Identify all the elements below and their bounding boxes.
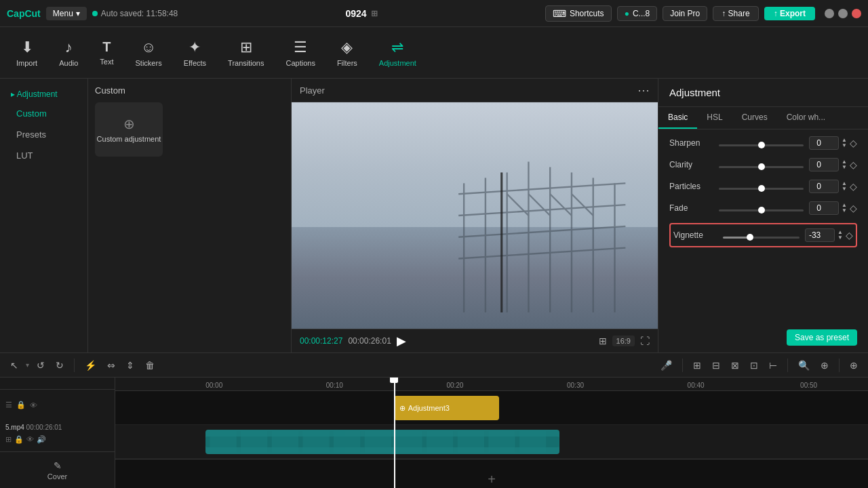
particles-keyframe[interactable]: ◇ — [850, 181, 857, 192]
timeline-add-button[interactable]: + — [488, 472, 496, 487]
tl-tool5[interactable]: ⊢ — [766, 358, 781, 373]
frame-capture-button[interactable]: ⊞ — [599, 336, 607, 346]
clarity-slider[interactable] — [719, 166, 804, 168]
split-button[interactable]: ⚡ — [81, 358, 100, 373]
add-timeline-button[interactable]: ⊕ — [846, 358, 861, 373]
join-pro-button[interactable]: Join Pro — [663, 6, 707, 21]
export-button[interactable]: ↑ Export — [764, 7, 815, 20]
fade-decrement[interactable]: ▼ — [840, 208, 848, 214]
particles-slider[interactable] — [719, 188, 804, 190]
tool-import[interactable]: ⬇ Import — [7, 35, 47, 71]
fullscreen-button[interactable]: ⛶ — [640, 336, 650, 346]
split2-button[interactable]: ⇔ — [104, 358, 119, 373]
zoom-out-button[interactable]: 🔍 — [795, 358, 813, 373]
player-menu-button[interactable]: ⋯ — [637, 83, 650, 98]
vignette-value-input[interactable] — [805, 228, 835, 242]
save-preset-button[interactable]: Save as preset — [787, 329, 857, 346]
split3-button[interactable]: ⇕ — [123, 358, 138, 373]
particles-value-input[interactable] — [809, 180, 839, 193]
toolbar-separator4 — [839, 359, 840, 372]
svg-rect-24 — [396, 431, 422, 453]
svg-line-14 — [550, 194, 572, 216]
tab-hsl[interactable]: HSL — [697, 107, 732, 129]
tool-audio[interactable]: ♪ Audio — [50, 35, 87, 71]
adjustment3-clip[interactable]: ⊕ Adjustment3 — [394, 396, 499, 420]
adj-track-area: ⊕ Adjustment3 — [115, 391, 868, 425]
svg-rect-20 — [272, 431, 298, 453]
svg-rect-28 — [519, 431, 546, 453]
share-button[interactable]: ↑ Share — [713, 6, 758, 21]
custom-adjustment-item[interactable]: ⊕ Custom adjustment — [95, 102, 163, 157]
toolbar-separator2 — [682, 359, 683, 372]
ruler-spacer — [0, 378, 115, 390]
video-clip[interactable] — [205, 430, 559, 454]
adj-track-label: ☰ 🔒 👁 — [0, 390, 115, 421]
svg-line-13 — [528, 194, 550, 216]
tool-stickers[interactable]: ☺ Stickers — [126, 35, 172, 71]
vignette-slider[interactable] — [723, 237, 800, 239]
timecode-display: 0924 ⊞ — [346, 8, 378, 19]
timeline-body: ☰ 🔒 👁 5.mp4 00:00:26:01 ⊞ 🔒 👁 🔊 — [0, 378, 868, 488]
fade-value-wrap: ▲ ▼ — [809, 201, 848, 215]
play-button[interactable]: ▶ — [397, 333, 406, 348]
tool-adjustment[interactable]: ⇌ Adjustment — [370, 35, 426, 71]
tab-colorwh[interactable]: Color wh... — [777, 107, 835, 129]
vignette-value-wrap: ▲ ▼ — [805, 228, 844, 242]
menu-button[interactable]: Menu ▾ — [46, 7, 87, 20]
select-tool-button[interactable]: ↖ — [7, 358, 22, 373]
sidebar-item-presets[interactable]: Presets — [0, 124, 87, 145]
main-area: ▸ Adjustment Custom Presets LUT Custom ⊕… — [0, 79, 868, 352]
sharpen-slider[interactable] — [719, 144, 804, 146]
vignette-decrement[interactable]: ▼ — [836, 235, 844, 241]
clarity-spinner: ▲ ▼ — [840, 159, 848, 170]
tool-text[interactable]: T Text — [90, 35, 123, 70]
zoom-in-button[interactable]: ⊕ — [817, 358, 832, 373]
svg-rect-19 — [241, 431, 267, 453]
stickers-icon: ☺ — [141, 39, 156, 56]
profile-button[interactable]: ● C...8 — [617, 6, 658, 21]
shortcuts-button[interactable]: ⌨ Shortcuts — [545, 5, 612, 22]
tab-basic[interactable]: Basic — [658, 107, 697, 129]
particles-label: Particles — [669, 182, 713, 191]
clarity-keyframe[interactable]: ◇ — [850, 159, 857, 170]
sidebar-item-adjustment[interactable]: ▸ Adjustment — [0, 85, 87, 103]
maximize-button[interactable] — [838, 9, 848, 18]
tl-tool1[interactable]: ⊞ — [690, 358, 705, 373]
undo-button[interactable]: ↺ — [33, 358, 48, 373]
ruler-mark-20: 00:20 — [446, 382, 463, 389]
clarity-decrement[interactable]: ▼ — [840, 165, 848, 170]
clarity-value-input[interactable] — [809, 158, 839, 171]
fade-value-input[interactable] — [809, 201, 839, 215]
ruler-mark-30: 00:30 — [567, 382, 584, 389]
tool-transitions[interactable]: ⊞ Transitions — [218, 35, 273, 71]
tool-effects[interactable]: ✦ Effects — [174, 35, 216, 71]
tab-curves[interactable]: Curves — [732, 107, 777, 129]
svg-rect-21 — [303, 431, 330, 453]
tool-filters[interactable]: ◈ Filters — [328, 35, 367, 71]
sharpen-decrement[interactable]: ▼ — [840, 143, 848, 148]
tool-captions[interactable]: ☰ Captions — [276, 35, 324, 71]
minimize-button[interactable] — [825, 9, 834, 18]
tl-tool4[interactable]: ⊡ — [747, 358, 762, 373]
sharpen-value-wrap: ▲ ▼ — [809, 136, 848, 150]
delete-button[interactable]: 🗑 — [142, 358, 158, 373]
timeline-toolbar: ↖ ▾ ↺ ↻ ⚡ ⇔ ⇕ 🗑 🎤 ⊞ ⊟ ⊠ ⊡ ⊢ 🔍 ⊕ ⊕ — [0, 353, 868, 378]
sharpen-value-input[interactable] — [809, 136, 839, 150]
vignette-keyframe[interactable]: ◇ — [846, 230, 853, 241]
svg-line-15 — [572, 194, 593, 216]
particles-spinner: ▲ ▼ — [840, 181, 848, 192]
app-logo: CapCut — [7, 8, 41, 19]
redo-button[interactable]: ↻ — [52, 358, 67, 373]
particles-decrement[interactable]: ▼ — [840, 186, 848, 192]
close-button[interactable] — [852, 9, 861, 18]
sharpen-keyframe[interactable]: ◇ — [850, 138, 857, 148]
tl-tool2[interactable]: ⊟ — [709, 358, 724, 373]
sidebar-item-lut[interactable]: LUT — [0, 145, 87, 166]
sidebar-item-custom[interactable]: Custom — [0, 103, 87, 124]
fade-slider[interactable] — [719, 209, 804, 211]
tl-tool3[interactable]: ⊠ — [728, 358, 743, 373]
mic-button[interactable]: 🎤 — [657, 358, 675, 373]
cover-icon: ✎ — [54, 460, 62, 471]
aspect-ratio-button[interactable]: 16:9 — [612, 336, 635, 346]
fade-keyframe[interactable]: ◇ — [850, 203, 857, 214]
